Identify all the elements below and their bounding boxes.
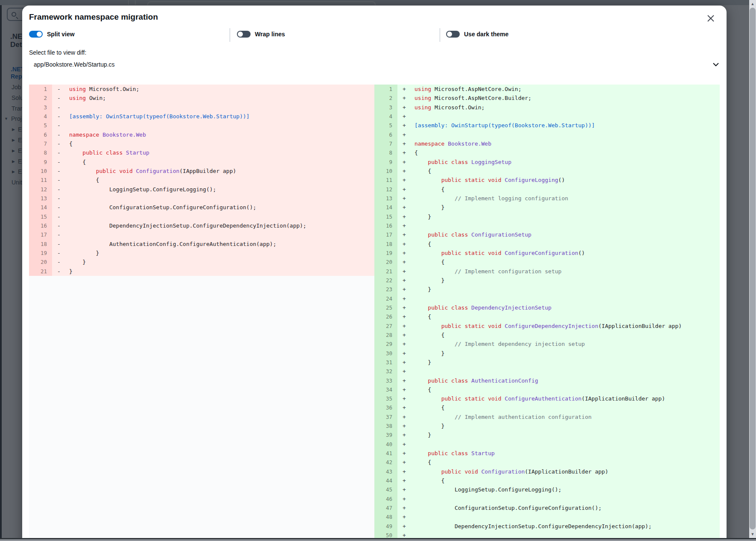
diff-marker: + (397, 403, 411, 412)
diff-marker: + (397, 303, 411, 312)
line-number: 35 (374, 394, 397, 403)
diff-row-added: 41+ public class Startup (374, 449, 720, 458)
diff-row-added: 29+ // Implement dependency injection se… (374, 339, 720, 348)
diff-row-added: 49+ DependencyInjectionSetup.ConfigureDe… (374, 522, 720, 531)
line-number: 21 (29, 267, 52, 276)
diff-viewer: 1-using Microsoft.Owin;2-using Owin;3-4-… (29, 85, 720, 541)
divider (440, 28, 440, 42)
line-number: 24 (374, 294, 397, 303)
diff-row-added: 38+ } (374, 421, 720, 430)
line-number: 43 (374, 467, 397, 476)
diff-marker: + (397, 421, 411, 430)
chevron-down-icon (713, 61, 720, 68)
diff-row-added: 8+{ (374, 148, 720, 157)
line-number: 7 (374, 139, 397, 148)
toggle-label: Wrap lines (255, 31, 285, 38)
diff-marker: - (52, 121, 66, 130)
diff-row-added: 25+ public class DependencyInjectionSetu… (374, 303, 720, 312)
line-number: 29 (374, 339, 397, 348)
line-number: 32 (374, 367, 397, 376)
diff-row-added: 18+ { (374, 240, 720, 249)
dark-theme-toggle[interactable]: Use dark theme (446, 31, 508, 38)
toggle-switch-icon (446, 31, 460, 38)
diff-row-removed: 2-using Owin; (29, 94, 374, 102)
code-line: public class ConfigurationSetup (411, 230, 720, 239)
code-line (411, 294, 720, 303)
wrap-lines-toggle[interactable]: Wrap lines (237, 31, 285, 38)
diff-marker: + (397, 485, 411, 494)
diff-row-removed: 20- } (29, 257, 374, 266)
diff-marker: + (397, 185, 411, 194)
scrollbar-thumb[interactable] (750, 8, 756, 529)
diff-row-removed: 8- public class Startup (29, 148, 374, 157)
diff-marker: + (397, 494, 411, 503)
code-line: { (411, 330, 720, 339)
line-number: 38 (374, 421, 397, 430)
line-number: 22 (374, 276, 397, 285)
split-view-toggle[interactable]: Split view (29, 31, 75, 38)
diff-marker: + (397, 267, 411, 276)
diff-row-added: 17+ public class ConfigurationSetup (374, 230, 720, 239)
diff-marker: - (52, 158, 66, 167)
code-line: ConfigurationSetup.ConfigureConfiguratio… (411, 503, 720, 512)
scroll-up-icon[interactable]: ▲ (749, 0, 756, 7)
code-line: [assembly: OwinStartup(typeof(Bookstore.… (66, 112, 374, 121)
diff-marker: + (397, 430, 411, 439)
diff-marker: + (397, 449, 411, 458)
diff-marker: - (52, 230, 66, 239)
pane-filler-gutter (29, 276, 52, 541)
diff-marker: + (397, 367, 411, 376)
code-line (66, 212, 374, 221)
diff-row-added: 30+ } (374, 349, 720, 358)
code-line: public void Configuration(IApplicationBu… (411, 467, 720, 476)
code-line: } (411, 203, 720, 212)
vertical-scrollbar[interactable]: ▲ ▼ (749, 0, 756, 541)
diff-row-removed: 21-} (29, 267, 374, 276)
code-line: } (411, 358, 720, 367)
line-number: 12 (374, 185, 397, 194)
code-line: { (66, 158, 374, 167)
line-number: 19 (374, 249, 397, 257)
line-number: 8 (374, 148, 397, 157)
code-line: public class Startup (411, 449, 720, 458)
line-number: 14 (29, 203, 52, 212)
line-number: 27 (374, 322, 397, 330)
line-number: 30 (374, 349, 397, 358)
line-number: 11 (29, 175, 52, 184)
diff-row-added: 2+using Microsoft.AspNetCore.Builder; (374, 94, 720, 102)
line-number: 48 (374, 512, 397, 521)
diff-row-removed: 16- DependencyInjectionSetup.ConfigureDe… (29, 221, 374, 230)
diff-row-removed: 9- { (29, 158, 374, 167)
line-number: 31 (374, 358, 397, 367)
file-select[interactable]: app/Bookstore.Web/Startup.cs (29, 58, 720, 70)
diff-marker: + (397, 94, 411, 102)
diff-row-added: 47+ ConfigurationSetup.ConfigureConfigur… (374, 503, 720, 512)
diff-marker: + (397, 503, 411, 512)
diff-row-added: 10+ { (374, 167, 720, 175)
code-line (411, 512, 720, 521)
diff-row-added: 13+ // Implement logging configuration (374, 194, 720, 203)
code-line: { (411, 257, 720, 266)
diff-marker: + (397, 440, 411, 449)
close-button[interactable] (705, 12, 717, 24)
code-line: } (411, 349, 720, 358)
line-number: 12 (29, 185, 52, 194)
diff-row-added: 44+ { (374, 476, 720, 485)
diff-marker: + (397, 103, 411, 112)
diff-marker: - (52, 249, 66, 257)
scroll-down-icon[interactable]: ▼ (749, 531, 756, 538)
diff-row-removed: 11- { (29, 175, 374, 184)
divider (230, 28, 230, 42)
diff-marker: - (52, 221, 66, 230)
code-line: public static void ConfigureConfiguratio… (411, 249, 720, 257)
diff-marker: + (397, 85, 411, 94)
diff-row-added: 42+ { (374, 458, 720, 467)
code-line: } (411, 276, 720, 285)
line-number: 9 (29, 158, 52, 167)
diff-marker: - (52, 103, 66, 112)
line-number: 8 (29, 148, 52, 157)
code-line: LoggingSetup.ConfigureLogging(); (66, 185, 374, 194)
code-line: public class Startup (66, 148, 374, 157)
code-line: // Implement authentication configuratio… (411, 412, 720, 421)
code-line (411, 112, 720, 121)
